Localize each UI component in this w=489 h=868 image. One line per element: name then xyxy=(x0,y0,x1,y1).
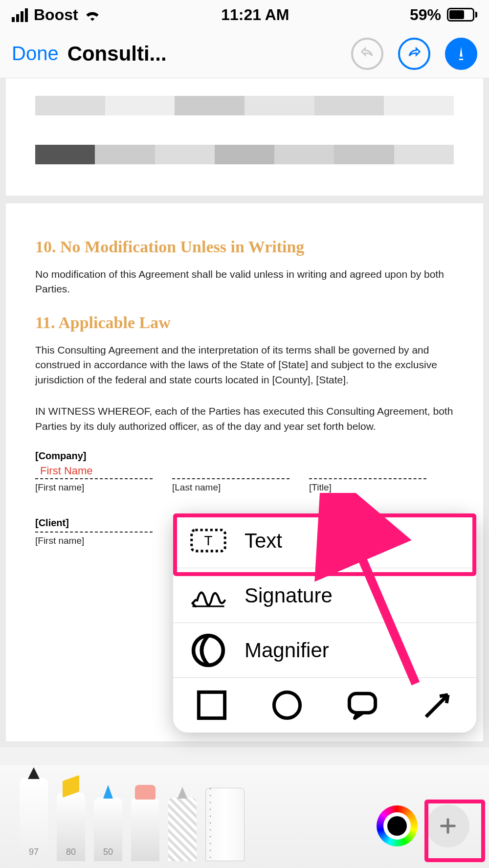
wifi-icon xyxy=(84,8,101,21)
carrier-label: Boost xyxy=(34,6,78,24)
add-text-label: Text xyxy=(244,529,282,553)
svg-point-5 xyxy=(274,692,300,718)
shape-row xyxy=(173,678,476,733)
section-10-heading: 10. No Modification Unless in Writing xyxy=(35,238,454,256)
svg-text:T: T xyxy=(204,534,212,549)
section-11-body-1: This Consulting Agreement and the interp… xyxy=(35,343,454,387)
add-circle-shape[interactable] xyxy=(270,688,304,722)
svg-line-7 xyxy=(426,695,448,717)
first-name-label: [First name] xyxy=(35,482,153,493)
clock: 11:21 AM xyxy=(221,6,289,24)
lasso-tool[interactable] xyxy=(168,798,197,861)
pencil-tool[interactable]: 50 xyxy=(94,798,122,861)
svg-rect-6 xyxy=(349,693,375,712)
ruler-tool[interactable] xyxy=(205,788,244,861)
pen-tool[interactable]: 97 xyxy=(20,778,48,861)
section-11-heading: 11. Applicable Law xyxy=(35,313,454,332)
eraser-tool[interactable] xyxy=(131,798,159,861)
undo-button[interactable] xyxy=(351,38,383,70)
text-box-icon: T xyxy=(190,527,227,555)
add-text-option[interactable]: T Text xyxy=(173,513,476,568)
company-label: [Company] xyxy=(35,450,454,462)
markup-toolbar: 97 80 50 xyxy=(0,765,489,868)
magnifier-icon xyxy=(190,637,227,664)
svg-rect-4 xyxy=(199,692,224,718)
add-magnifier-option[interactable]: Magnifier xyxy=(173,623,476,678)
add-speech-bubble-shape[interactable] xyxy=(345,688,379,722)
signature-icon xyxy=(190,582,227,609)
document-title: Consulti... xyxy=(67,42,167,66)
section-11-body-2: IN WITNESS WHEREOF, each of the Parties … xyxy=(35,404,454,434)
add-signature-option[interactable]: Signature xyxy=(173,568,476,623)
color-picker-button[interactable] xyxy=(377,805,418,846)
cell-signal-icon xyxy=(12,7,28,22)
add-signature-label: Signature xyxy=(244,584,333,607)
done-button[interactable]: Done xyxy=(12,43,59,65)
text-annotation-first-name[interactable]: First Name xyxy=(35,465,454,477)
status-bar: Boost 11:21 AM 59% xyxy=(0,0,489,29)
battery-pct: 59% xyxy=(410,6,441,24)
client-first-name-label: [First name] xyxy=(35,535,153,546)
section-10-body: No modification of this Agreement shall … xyxy=(35,267,454,297)
last-name-label: [Last name] xyxy=(172,482,289,493)
add-arrow-shape[interactable] xyxy=(421,688,455,722)
svg-point-3 xyxy=(194,635,223,665)
markup-nav-bar: Done Consulti... xyxy=(0,29,489,78)
document-canvas[interactable]: 10. No Modification Unless in Writing No… xyxy=(0,78,489,747)
add-magnifier-label: Magnifier xyxy=(244,639,329,662)
highlighter-tool[interactable]: 80 xyxy=(57,793,85,861)
title-label: [Title] xyxy=(309,482,426,493)
redo-button[interactable] xyxy=(398,38,430,70)
add-square-shape[interactable] xyxy=(195,688,229,722)
current-color-swatch xyxy=(387,816,407,836)
page-previous-fragment xyxy=(6,78,483,196)
add-menu-popup: T Text Signature Magnifier xyxy=(173,513,476,733)
markup-toggle-button[interactable] xyxy=(445,38,477,70)
battery-icon xyxy=(447,8,477,22)
add-annotation-button[interactable] xyxy=(426,804,469,847)
